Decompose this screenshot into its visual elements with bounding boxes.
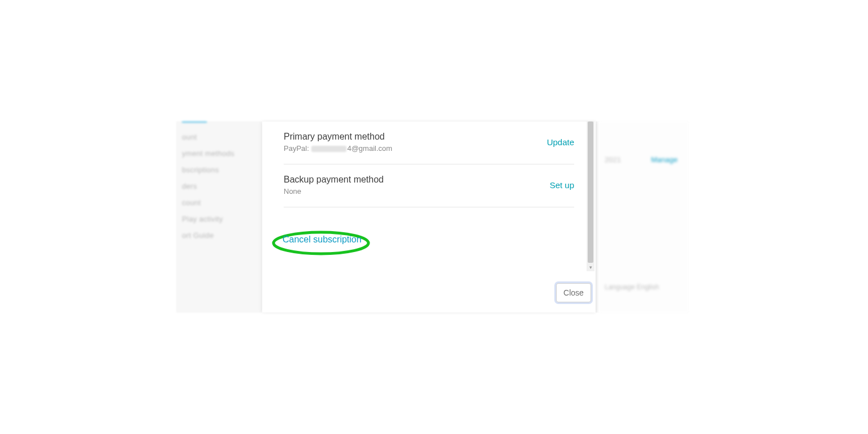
- backup-payment-row: Backup payment method None Set up: [284, 175, 574, 207]
- backup-payment-value: None: [284, 187, 384, 196]
- primary-payment-title: Primary payment method: [284, 132, 392, 142]
- sidebar-item-active-indicator: [182, 121, 207, 127]
- payment-methods-section: Primary payment method PayPal: 4@gmail.c…: [262, 121, 596, 207]
- setup-backup-button[interactable]: Set up: [550, 175, 574, 190]
- primary-payment-row: Primary payment method PayPal: 4@gmail.c…: [284, 132, 574, 164]
- subscription-dialog: Primary payment method PayPal: 4@gmail.c…: [262, 121, 596, 313]
- sidebar-item: ount: [176, 129, 262, 145]
- sidebar-item: ort Guide: [176, 227, 262, 244]
- app-window: ount yment methods bscriptions ders coun…: [176, 121, 688, 313]
- scrollbar-down-arrow-icon[interactable]: ▾: [588, 264, 593, 270]
- primary-payment-provider: PayPal:: [284, 144, 309, 153]
- cancel-subscription-area: Cancel subscription: [275, 235, 370, 245]
- sidebar-item: Play activity: [176, 211, 262, 227]
- backup-payment-info: Backup payment method None: [284, 175, 384, 196]
- sidebar-item: bscriptions: [176, 162, 262, 178]
- primary-payment-info: Primary payment method PayPal: 4@gmail.c…: [284, 132, 392, 153]
- background-manage-link: Manage: [651, 155, 678, 164]
- close-button[interactable]: Close: [556, 283, 591, 302]
- background-sidebar: ount yment methods bscriptions ders coun…: [176, 121, 262, 313]
- cancel-subscription-link[interactable]: Cancel subscription: [275, 231, 370, 248]
- sidebar-item: yment methods: [176, 145, 262, 162]
- backup-payment-title: Backup payment method: [284, 175, 384, 185]
- background-language-text: Language English: [605, 283, 659, 291]
- dialog-scrollbar[interactable]: ▾: [587, 121, 594, 271]
- background-date-text: 2021: [605, 155, 621, 164]
- primary-payment-email-suffix: 4@gmail.com: [347, 144, 392, 153]
- update-payment-button[interactable]: Update: [547, 132, 574, 147]
- dialog-shadow: [596, 121, 599, 313]
- redacted-email-prefix: [311, 146, 346, 152]
- scrollbar-thumb[interactable]: [588, 121, 593, 263]
- sidebar-item: count: [176, 194, 262, 211]
- background-right-panel: 2021 Manage Language English: [599, 121, 688, 313]
- sidebar-item: ders: [176, 178, 262, 194]
- primary-payment-detail: PayPal: 4@gmail.com: [284, 144, 392, 153]
